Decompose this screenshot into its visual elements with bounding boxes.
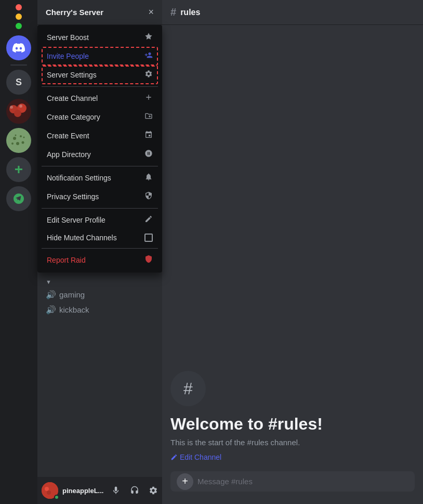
server-title: Cherry's Server [46, 8, 103, 17]
svg-point-15 [45, 487, 49, 491]
menu-item-privacy-settings[interactable]: Privacy Settings [42, 187, 158, 206]
message-add-button[interactable]: + [177, 473, 193, 490]
notification-icon [144, 173, 153, 183]
voice-icon: 🔊 [46, 290, 56, 300]
menu-divider-3 [42, 208, 158, 209]
menu-divider-2 [42, 166, 158, 166]
server-panel: Cherry's Server × Server Boost Invite Pe… [37, 0, 162, 504]
menu-item-server-boost[interactable]: Server Boost [42, 28, 158, 47]
server-s-button[interactable]: S [6, 70, 31, 95]
welcome-section: # Welcome to #rules! This is the start o… [170, 363, 415, 471]
settings-button[interactable] [145, 482, 162, 499]
svg-point-4 [10, 106, 13, 109]
dropdown-menu: Server Boost Invite People Server Settin… [37, 25, 162, 273]
privacy-icon [144, 191, 153, 202]
welcome-description: This is the start of the #rules channel. [170, 438, 415, 447]
channel-header-name: rules [180, 8, 200, 17]
traffic-lights [16, 4, 22, 29]
channel-name: kickback [59, 305, 89, 314]
menu-item-report-raid[interactable]: Report Raid [42, 251, 158, 269]
server-cherry-button[interactable] [6, 99, 31, 124]
create-category-icon [144, 112, 153, 122]
menu-item-label: Privacy Settings [47, 192, 99, 201]
boost-icon [144, 32, 153, 43]
traffic-light-yellow[interactable] [16, 14, 22, 20]
edit-icon [144, 215, 153, 225]
menu-item-create-category[interactable]: Create Category [42, 108, 158, 126]
svg-point-8 [20, 135, 22, 137]
svg-point-13 [15, 135, 17, 136]
message-input-box: + Message #rules [170, 471, 415, 492]
svg-point-6 [6, 128, 31, 153]
channel-item-gaming[interactable]: 🔊 gaming [42, 287, 158, 302]
message-input-area: + Message #rules [162, 471, 423, 504]
discord-home-button[interactable] [6, 35, 31, 60]
icon-bar: S + [0, 0, 37, 504]
menu-divider-4 [42, 248, 158, 249]
report-icon [144, 255, 153, 265]
svg-point-10 [22, 141, 24, 144]
welcome-icon: # [170, 371, 206, 406]
menu-item-hide-muted-channels[interactable]: Hide Muted Channels [42, 229, 158, 246]
headphones-button[interactable] [126, 482, 143, 499]
channel-category-voice[interactable]: ▼ [42, 277, 158, 287]
menu-item-invite-people[interactable]: Invite People [42, 47, 158, 66]
svg-point-12 [23, 137, 25, 138]
menu-item-label: Server Settings [47, 71, 97, 79]
menu-divider-1 [42, 86, 158, 87]
menu-item-create-channel[interactable]: Create Channel [42, 89, 158, 108]
checkbox-icon [144, 234, 153, 242]
create-channel-icon [144, 93, 153, 104]
menu-item-label: Create Event [47, 132, 89, 140]
app-directory-icon [144, 149, 153, 160]
menu-item-server-settings[interactable]: Server Settings [42, 66, 158, 84]
traffic-light-red[interactable] [16, 4, 22, 10]
menu-item-label: Hide Muted Channels [47, 234, 117, 242]
menu-item-label: Server Boost [47, 33, 89, 42]
mic-button[interactable] [108, 482, 124, 499]
channel-name: gaming [59, 290, 85, 299]
main-content: # rules # Welcome to #rules! This is the… [162, 0, 423, 504]
user-bar: pineappleL... [37, 477, 162, 504]
svg-point-3 [14, 110, 21, 117]
svg-point-9 [16, 142, 19, 145]
menu-item-label: Report Raid [47, 256, 86, 264]
server-header[interactable]: Cherry's Server × [37, 0, 162, 25]
svg-point-16 [49, 485, 55, 490]
add-server-button[interactable]: + [6, 157, 31, 182]
channel-header: # rules [162, 0, 423, 25]
channel-hash-icon: # [170, 6, 176, 18]
user-info: pineappleL... [62, 487, 103, 495]
voice-icon: 🔊 [46, 305, 56, 315]
channel-item-kickback[interactable]: 🔊 kickback [42, 302, 158, 317]
menu-item-label: Create Category [47, 113, 100, 121]
menu-item-label: Notification Settings [47, 174, 111, 182]
menu-item-label: Edit Server Profile [47, 216, 105, 224]
server-cookie-button[interactable] [6, 128, 31, 153]
svg-point-5 [19, 105, 22, 108]
svg-point-17 [47, 490, 51, 495]
welcome-title: Welcome to #rules! [170, 415, 415, 434]
channel-content: # Welcome to #rules! This is the start o… [162, 25, 423, 471]
menu-item-app-directory[interactable]: App Directory [42, 145, 158, 164]
user-avatar[interactable] [42, 482, 58, 499]
close-icon[interactable]: × [148, 7, 154, 18]
svg-point-7 [13, 137, 16, 140]
message-input[interactable]: Message #rules [197, 471, 408, 492]
menu-item-edit-server-profile[interactable]: Edit Server Profile [42, 211, 158, 229]
menu-item-create-event[interactable]: Create Event [42, 126, 158, 145]
svg-point-11 [11, 143, 14, 145]
edit-channel-label: Edit Channel [180, 453, 221, 461]
create-event-icon [144, 131, 153, 141]
settings-icon [144, 70, 153, 80]
menu-item-notification-settings[interactable]: Notification Settings [42, 169, 158, 187]
explore-button[interactable] [6, 186, 31, 211]
icon-bar-divider-1 [10, 64, 27, 66]
edit-channel-link[interactable]: Edit Channel [170, 453, 221, 461]
invite-icon [144, 51, 153, 61]
menu-item-label: App Directory [47, 150, 91, 159]
menu-item-label: Invite People [47, 52, 89, 60]
traffic-light-green[interactable] [16, 23, 22, 29]
user-controls [108, 482, 162, 499]
menu-item-label: Create Channel [47, 94, 98, 102]
